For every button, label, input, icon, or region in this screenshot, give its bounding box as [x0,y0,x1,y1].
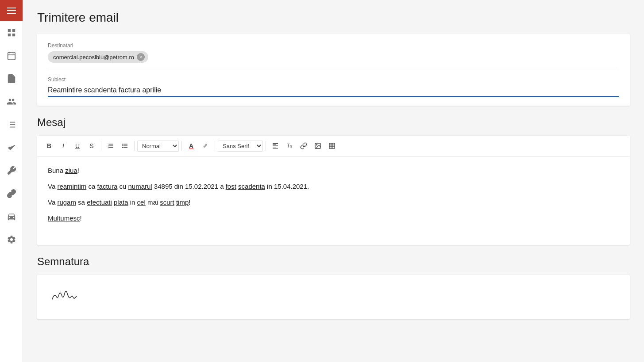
subject-input[interactable] [48,84,619,97]
highlight-button[interactable] [199,139,212,152]
sidebar-item-users[interactable] [0,90,23,113]
underline-button[interactable]: U [71,139,84,152]
sidebar-item-tools[interactable] [0,159,23,182]
signature-card [37,275,630,319]
editor-toolbar: B I U S Normal Heading 1 Heading 2 Headi… [37,136,630,156]
sidebar-item-documents[interactable] [0,67,23,90]
svg-rect-3 [12,34,15,36]
sidebar-item-calendar[interactable] [0,44,23,67]
hamburger-menu-button[interactable] [0,0,23,21]
divider-4 [215,141,215,151]
sidebar-item-settings[interactable] [0,228,23,251]
svg-rect-0 [8,29,10,32]
font-family-select[interactable]: Sans Serif Serif Monospace [218,141,263,152]
subject-section: Subiect [48,70,619,97]
align-button[interactable] [269,139,282,152]
sidebar [0,0,23,362]
message-line-2: Va reamintim ca factura cu numarul 34895… [48,181,619,192]
unordered-list-button[interactable] [118,139,131,152]
recipient-chip: comercial.pecosibiu@petrom.ro × [48,51,148,63]
recipients-label: Destinatari [48,42,619,49]
message-section-title: Mesaj [37,116,630,129]
recipient-email: comercial.pecosibiu@petrom.ro [53,54,134,61]
image-button[interactable] [311,139,324,152]
message-line-1: Buna ziua! [48,165,619,176]
signature-image [48,284,83,306]
italic-button[interactable]: I [57,139,70,152]
message-line-3: Va rugam sa efectuati plata in cel mai s… [48,197,619,208]
message-editor[interactable]: Buna ziua! Va reamintim ca factura cu nu… [37,156,630,245]
bold-button[interactable]: B [42,139,56,152]
svg-rect-2 [8,34,10,36]
sidebar-item-vehicles[interactable] [0,205,23,228]
divider-3 [181,141,182,151]
font-color-button[interactable]: A [185,139,198,152]
recipients-row: comercial.pecosibiu@petrom.ro × [48,51,619,63]
page-title: Trimitere email [37,11,630,25]
subject-label: Subiect [48,76,619,83]
sidebar-item-tasks[interactable] [0,136,23,159]
heading-select[interactable]: Normal Heading 1 Heading 2 Heading 3 [137,141,179,152]
clear-format-button[interactable]: Tx [283,139,296,152]
svg-rect-1 [12,29,15,32]
strikethrough-button[interactable]: S [85,139,98,152]
remove-recipient-button[interactable]: × [137,53,145,61]
main-content: Trimitere email Destinatari comercial.pe… [23,0,644,362]
hamburger-icon [7,8,16,14]
sidebar-item-dashboard[interactable] [0,21,23,44]
link-button[interactable] [297,139,310,152]
ordered-list-button[interactable] [104,139,117,152]
signature-section-title: Semnatura [37,255,630,268]
signature-section: Semnatura [37,255,630,319]
table-button[interactable] [325,139,339,152]
divider-5 [266,141,266,151]
divider-1 [101,141,101,151]
sidebar-item-list[interactable] [0,113,23,136]
svg-rect-4 [8,53,15,60]
sidebar-item-links[interactable] [0,182,23,205]
email-form-card: Destinatari comercial.pecosibiu@petrom.r… [37,34,630,106]
svg-point-15 [316,145,317,145]
svg-rect-16 [329,143,335,149]
editor-card: B I U S Normal Heading 1 Heading 2 Headi… [37,136,630,245]
message-line-4: Multumesc! [48,213,619,224]
divider-2 [134,141,135,151]
